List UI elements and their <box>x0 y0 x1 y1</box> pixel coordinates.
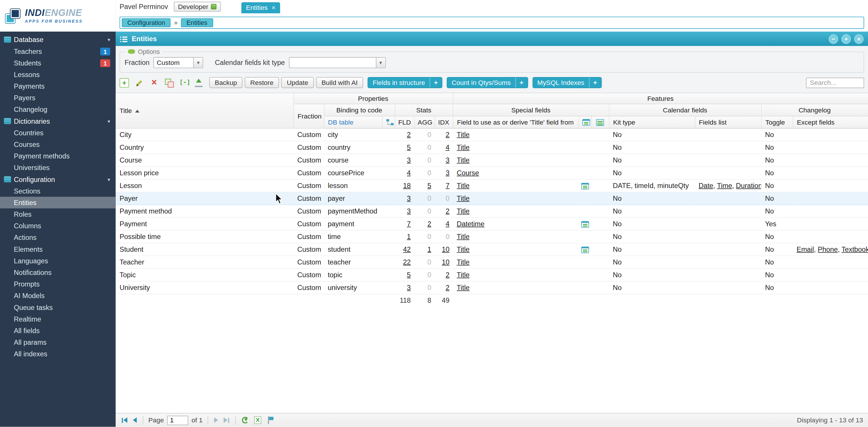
stat-link[interactable]: 42 <box>403 246 411 254</box>
table-row[interactable]: CityCustomcity202TitleNoNo <box>116 128 868 141</box>
link[interactable]: Datetime <box>457 220 484 228</box>
link[interactable]: Time <box>717 182 732 190</box>
table-row[interactable]: PaymentCustompayment724DatetimeNoYes <box>116 218 868 230</box>
stat-link[interactable]: 2 <box>407 131 410 139</box>
link[interactable]: Title <box>457 156 469 164</box>
sidebar-item-students[interactable]: Students1 <box>0 57 116 69</box>
column-header-fld[interactable]: FLD <box>395 116 414 128</box>
refresh-button[interactable] <box>241 415 250 426</box>
print-view-button[interactable] <box>266 415 275 426</box>
stat-link[interactable]: 7 <box>407 220 410 228</box>
stat-link[interactable]: 2 <box>445 271 450 279</box>
table-row[interactable]: TopicCustomtopic502TitleNoNo <box>116 268 868 281</box>
table-row[interactable]: PayerCustompayer300TitleNoNo <box>116 192 868 205</box>
table-row[interactable]: Possible timeCustomtime100TitleNoNo <box>116 230 868 243</box>
table-row[interactable]: CourseCustomcourse303TitleNoNo <box>116 154 868 167</box>
stat-link[interactable]: 3 <box>445 156 450 164</box>
stat-link[interactable]: 5 <box>407 271 410 279</box>
stat-link[interactable]: 5 <box>407 144 410 151</box>
sidebar-item-teachers[interactable]: Teachers1 <box>0 46 116 57</box>
sidebar-item-all-indexes[interactable]: All indexes <box>0 348 116 360</box>
column-header-title[interactable]: Title <box>116 93 293 128</box>
sidebar-item-database[interactable]: Database▾ <box>0 34 116 46</box>
maximize-button[interactable]: + <box>841 34 851 44</box>
sidebar-item-payments[interactable]: Payments <box>0 80 116 92</box>
last-page-button[interactable] <box>222 415 230 426</box>
button-update[interactable]: Update <box>281 77 314 88</box>
edit-icon[interactable] <box>134 78 144 87</box>
table-row[interactable]: UniversityCustomuniversity302TitleNoNo <box>116 281 868 294</box>
chevron-down-icon[interactable]: ▼ <box>193 58 203 67</box>
stat-link[interactable]: 2 <box>445 284 450 292</box>
tab-entities[interactable]: Entities × <box>242 2 280 13</box>
toggle-chip-fields-in-structure[interactable]: Fields in structure+ <box>368 77 442 88</box>
calendar-kit-select[interactable]: ▼ <box>289 57 386 68</box>
sidebar-item-elements[interactable]: Elements <box>0 243 116 255</box>
copy-icon[interactable] <box>164 78 174 87</box>
column-header-calendar[interactable] <box>578 116 591 128</box>
sidebar-item-queue-tasks[interactable]: Queue tasks <box>0 302 116 313</box>
table-row[interactable]: StudentCustomstudent42110TitleNoNoEmail,… <box>116 243 868 256</box>
link[interactable]: Title <box>457 246 469 254</box>
stat-link[interactable]: 3 <box>407 156 410 164</box>
column-header-idx[interactable]: IDX <box>435 116 453 128</box>
stat-link[interactable]: 2 <box>427 220 431 228</box>
stat-link[interactable]: 4 <box>407 169 410 177</box>
tab-close-icon[interactable]: × <box>272 4 275 11</box>
link[interactable]: Title <box>457 131 469 139</box>
link[interactable]: Email <box>797 246 814 254</box>
options-toggle-icon[interactable] <box>128 49 135 54</box>
link[interactable]: Title <box>457 195 469 202</box>
column-header-fields-table[interactable] <box>591 116 609 128</box>
sidebar-item-notifications[interactable]: Notifications <box>0 266 116 278</box>
link[interactable]: Title <box>457 258 469 266</box>
stat-link[interactable]: 7 <box>445 182 450 190</box>
toggle-chip-mysql-indexes[interactable]: MySQL Indexes+ <box>532 77 601 88</box>
plus-icon[interactable]: + <box>589 79 601 87</box>
page-number-input[interactable] <box>167 416 188 425</box>
stat-link[interactable]: 4 <box>445 220 450 228</box>
stat-link[interactable]: 3 <box>407 207 410 215</box>
sidebar-item-sections[interactable]: Sections <box>0 185 116 197</box>
export-icon[interactable] <box>179 78 189 87</box>
first-page-button[interactable] <box>121 415 128 426</box>
sidebar-item-courses[interactable]: Courses <box>0 139 116 150</box>
sidebar-item-actions[interactable]: Actions <box>0 232 116 243</box>
next-page-button[interactable] <box>213 415 219 426</box>
link[interactable]: Textbooks <box>841 246 868 254</box>
sidebar-item-columns[interactable]: Columns <box>0 220 116 232</box>
column-header-agg[interactable]: AGG <box>414 116 435 128</box>
link[interactable]: Duration <box>736 182 761 190</box>
link[interactable]: Title <box>457 182 469 190</box>
delete-icon[interactable] <box>150 78 159 87</box>
link[interactable]: Course <box>457 169 479 177</box>
sidebar-item-countries[interactable]: Countries <box>0 127 116 139</box>
sidebar-item-all-fields[interactable]: All fields <box>0 325 116 336</box>
table-row[interactable]: Payment methodCustompaymentMethod302Titl… <box>116 205 868 218</box>
close-button[interactable]: × <box>854 34 864 44</box>
table-row[interactable]: LessonCustomlesson1857TitleDATE, timeId,… <box>116 179 868 192</box>
stat-link[interactable]: 18 <box>403 182 411 190</box>
minimize-button[interactable]: − <box>829 34 838 44</box>
stat-link[interactable]: 2 <box>445 131 450 139</box>
table-row[interactable]: Lesson priceCustomcoursePrice403CourseNo… <box>116 167 868 179</box>
excel-export-button[interactable] <box>253 415 262 426</box>
upload-icon[interactable] <box>194 78 204 87</box>
fraction-select[interactable]: Custom ▼ <box>153 57 203 68</box>
sidebar-item-ai-models[interactable]: AI Models <box>0 290 116 302</box>
column-header-title-field[interactable]: Field to use as or derive 'Title' field … <box>453 116 578 128</box>
sidebar-item-universities[interactable]: Universities <box>0 162 116 173</box>
table-row[interactable]: TeacherCustomteacher22010TitleNoNo <box>116 256 868 268</box>
column-header-fields-list[interactable]: Fields list <box>695 116 761 128</box>
link[interactable]: Title <box>457 144 469 151</box>
stat-link[interactable]: 3 <box>445 169 450 177</box>
column-header-toggle[interactable]: Toggle <box>761 116 793 128</box>
sidebar-item-realtime[interactable]: Realtime <box>0 313 116 325</box>
stat-link[interactable]: 4 <box>445 144 450 151</box>
table-row[interactable]: CountryCustomcountry504TitleNoNo <box>116 141 868 154</box>
plus-icon[interactable]: + <box>516 79 527 87</box>
breadcrumb-item-configuration[interactable]: Configuration <box>122 18 171 27</box>
stat-link[interactable]: 3 <box>407 284 410 292</box>
add-icon[interactable] <box>120 78 129 87</box>
link[interactable]: Title <box>457 207 469 215</box>
